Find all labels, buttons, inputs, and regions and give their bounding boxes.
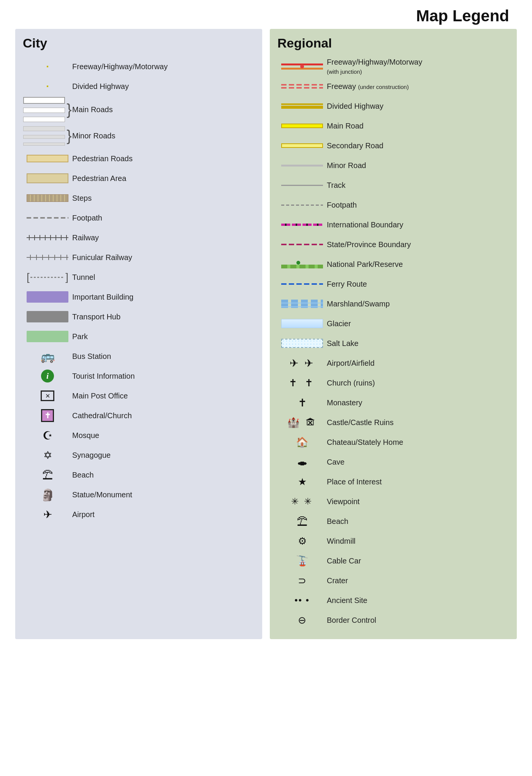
reg-border-label: Border Control	[327, 616, 376, 625]
reg-secondary-road-label: Secondary Road	[327, 141, 383, 150]
list-item: Pedestrian Area	[23, 168, 255, 188]
reg-freeway-const-label: Freeway (under construction)	[327, 82, 409, 91]
transport-hub-symbol	[23, 311, 72, 322]
list-item: Freeway/Highway/Motorway (with junction)	[277, 57, 509, 76]
list-item: ✈ ✈ Airport/Airfield	[277, 353, 509, 373]
reg-divided-hwy-label: Divided Highway	[327, 102, 383, 111]
list-item: ✡ Synagogue	[23, 445, 255, 465]
list-item: 🚡 Cable Car	[277, 551, 509, 571]
reg-state-boundary-symbol	[277, 244, 327, 245]
reg-castle-symbol: 🏰 🏚	[277, 417, 327, 428]
reg-ferry-symbol	[277, 283, 327, 285]
cathedral-label: Cathedral/Church	[72, 411, 132, 420]
reg-poi-label: Place of Interest	[327, 477, 382, 486]
list-item: Steps	[23, 188, 255, 208]
minor-roads-label: Minor Roads	[72, 131, 115, 140]
list-item: Glacier	[277, 314, 509, 333]
bus-station-symbol: 🚌	[23, 350, 72, 363]
reg-castle-label: Castle/Castle Ruins	[327, 418, 394, 427]
reg-cave-label: Cave	[327, 457, 345, 467]
list-item: ☪ Mosque	[23, 425, 255, 445]
beach-regional-icon: ⛱	[297, 515, 307, 528]
reg-intl-boundary-symbol	[277, 224, 327, 226]
synagogue-label: Synagogue	[72, 451, 111, 460]
reg-beach-symbol: ⛱	[277, 515, 327, 528]
freeway-highway-label: Freeway/Highway/Motorway	[72, 62, 168, 71]
reg-secondary-road-symbol	[277, 143, 327, 148]
list-item: Salt Lake	[277, 333, 509, 353]
park-symbol	[23, 331, 72, 342]
minor-roads-symbol: }	[23, 126, 72, 146]
reg-church-symbol: ✝ ✝	[277, 377, 327, 389]
reg-minor-road-label: Minor Road	[327, 161, 366, 170]
reg-national-park-label: National Park/Reserve	[327, 260, 403, 269]
list-item: Ferry Route	[277, 274, 509, 294]
reg-marshland-label: Marshland/Swamp	[327, 299, 390, 308]
bus-station-label: Bus Station	[72, 352, 111, 361]
steps-label: Steps	[72, 194, 92, 203]
reg-freeway-const-symbol	[277, 83, 327, 89]
statue-icon: 🗿	[41, 488, 55, 501]
reg-footpath-label: Footpath	[327, 200, 357, 209]
freeway-highway-symbol	[23, 66, 72, 67]
tunnel-symbol: [ ]	[23, 272, 72, 282]
star-icon: ★	[298, 476, 307, 488]
reg-poi-symbol: ★	[277, 476, 327, 488]
reg-divided-hwy-symbol	[277, 103, 327, 109]
list-item: Transport Hub	[23, 307, 255, 327]
park-label: Park	[72, 332, 88, 341]
crater-icon: ⊃	[298, 575, 306, 587]
list-item: Divided Highway	[23, 76, 255, 96]
church-icon: ✝	[41, 409, 54, 422]
transport-hub-label: Transport Hub	[72, 312, 120, 321]
railway-symbol-el	[23, 235, 72, 240]
reg-intl-boundary-label: International Boundary	[327, 220, 403, 229]
regional-column: Regional Freeway/Highway/Motorway (with …	[270, 29, 517, 639]
list-item: 🗿 Statue/Monument	[23, 485, 255, 505]
list-item: Funicular Railway	[23, 248, 255, 267]
reg-salt-lake-symbol	[277, 339, 327, 348]
funicular-symbol-el	[23, 255, 72, 260]
airplane-icon: ✈ ✈	[290, 357, 315, 370]
pedestrian-area-label: Pedestrian Area	[72, 174, 126, 183]
statue-label: Statue/Monument	[72, 490, 132, 499]
page-title: Map Legend	[0, 0, 532, 29]
list-item: Main Post Office	[23, 386, 255, 406]
reg-viewpoint-symbol: ✳ ✳	[277, 496, 327, 507]
list-item: i Tourist Information	[23, 366, 255, 386]
cave-icon: 🕳	[297, 456, 307, 468]
post-office-label: Main Post Office	[72, 391, 128, 400]
reg-windmill-label: Windmill	[327, 536, 356, 546]
reg-monastery-symbol: ✝	[277, 397, 327, 409]
reg-ancient-label: Ancient Site	[327, 596, 367, 605]
list-item: ✈ Airport	[23, 505, 255, 524]
list-item: Minor Road	[277, 156, 509, 175]
list-item: Park	[23, 327, 255, 346]
footpath-symbol	[23, 217, 72, 219]
reg-glacier-label: Glacier	[327, 319, 351, 328]
bus-icon: 🚌	[41, 350, 55, 363]
reg-freeway-label: Freeway/Highway/Motorway (with junction)	[327, 57, 422, 76]
list-item: State/Province Boundary	[277, 235, 509, 254]
footpath-label: Footpath	[72, 213, 102, 222]
reg-airport-symbol: ✈ ✈	[277, 357, 327, 370]
reg-main-road-label: Main Road	[327, 121, 364, 130]
list-item: Railway	[23, 228, 255, 248]
reg-viewpoint-label: Viewpoint	[327, 497, 359, 506]
list-item: International Boundary	[277, 215, 509, 235]
cross-icon: ✝ ✝	[289, 377, 315, 389]
list-item: ✝ Monastery	[277, 393, 509, 413]
list-item: 🕳 Cave	[277, 452, 509, 472]
list-item: Secondary Road	[277, 136, 509, 156]
mosque-symbol: ☪	[23, 429, 72, 442]
list-item: 🚌 Bus Station	[23, 346, 255, 366]
reg-salt-lake-label: Salt Lake	[327, 339, 358, 348]
reg-glacier-symbol	[277, 319, 327, 328]
city-header: City	[23, 36, 255, 51]
list-item: Pedestrian Roads	[23, 149, 255, 168]
list-item: Freeway/Highway/Motorway	[23, 57, 255, 76]
reg-crater-symbol: ⊃	[277, 575, 327, 587]
reg-monastery-label: Monastery	[327, 398, 362, 407]
list-item: Footpath	[23, 208, 255, 228]
important-building-label: Important Building	[72, 292, 133, 302]
